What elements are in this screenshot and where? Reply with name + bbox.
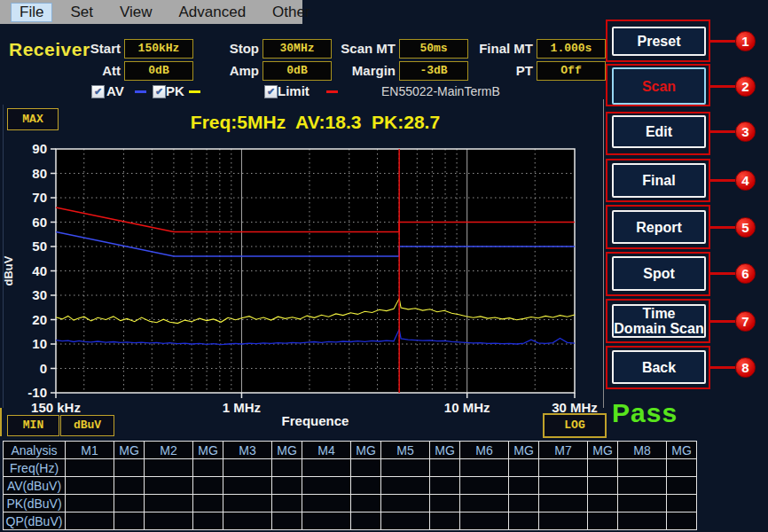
annotation-line-3 [710, 130, 735, 133]
analysis-table-row: QP(dBuV) [4, 512, 697, 530]
analysis-value-cell [223, 495, 272, 512]
annotation-number-7: 7 [735, 311, 756, 332]
final-button[interactable]: Final [612, 163, 706, 198]
max-button[interactable]: MAX [7, 108, 59, 130]
field-label-margin: Margin [310, 62, 396, 80]
menu-item-other[interactable]: Other [263, 3, 319, 22]
scale-log-button[interactable]: LOG [543, 413, 607, 438]
analysis-value-cell [114, 495, 145, 512]
annotation-number-2: 2 [735, 76, 756, 97]
analysis-corner-cell: Analysis [4, 442, 66, 459]
av-legend-label: AV [106, 83, 124, 98]
analysis-value-cell [460, 495, 509, 512]
y-tick-label: 60 [32, 215, 47, 230]
limit-legend-label: Limit [278, 83, 310, 98]
analysis-value-cell [588, 477, 618, 495]
unit-button[interactable]: dBuV [60, 415, 114, 436]
y-tick-label: 70 [32, 190, 47, 205]
analysis-value-cell [430, 512, 460, 530]
menu-item-view[interactable]: View [111, 3, 161, 22]
plot-background [56, 149, 575, 393]
av-trace-color-swatch [135, 90, 146, 93]
report-button[interactable]: Report [612, 210, 706, 244]
analysis-value-cell [114, 477, 145, 495]
field-label-scan-mt: Scan MT [310, 40, 396, 58]
annotation-line-6 [710, 272, 735, 275]
annotation-number-6: 6 [735, 263, 756, 284]
av-checkbox[interactable]: ✔ [91, 85, 105, 98]
menu-item-advanced[interactable]: Advanced [169, 3, 255, 22]
analysis-value-cell [618, 459, 667, 477]
annotation-number-4: 4 [735, 170, 756, 191]
annotation-number-1: 1 [735, 31, 756, 51]
analysis-value-cell [539, 495, 588, 512]
y-axis-title: dBuV [2, 255, 15, 286]
analysis-value-cell [351, 512, 381, 530]
analysis-value-cell [509, 495, 539, 512]
analysis-value-cell [193, 477, 223, 495]
analysis-table-row: AV(dBuV) [4, 477, 697, 495]
analysis-value-cell [272, 512, 302, 530]
annotation-number-3: 3 [735, 121, 756, 142]
spectrum-plot[interactable]: 9080706050403020100-10150 kHz1 MHz10 MHz… [0, 142, 608, 443]
analysis-value-cell [430, 459, 460, 477]
y-tick-label: 40 [32, 263, 47, 278]
analysis-value-cell [430, 477, 460, 495]
field-pt[interactable]: Off [537, 61, 606, 81]
field-label-att: Att [35, 62, 121, 80]
analysis-value-cell [460, 459, 509, 477]
analysis-value-cell [223, 512, 272, 530]
analysis-value-cell [351, 477, 381, 495]
back-button[interactable]: Back [612, 350, 706, 384]
annotation-line-8 [710, 366, 735, 369]
annotation-line-1 [710, 40, 735, 43]
analysis-value-cell [667, 495, 697, 512]
spot-button[interactable]: Spot [612, 256, 706, 291]
analysis-value-cell [193, 459, 223, 477]
analysis-value-cell [460, 477, 509, 495]
marker-column-header: MG [114, 442, 145, 459]
analysis-value-cell [667, 512, 697, 530]
field-final-mt[interactable]: 1.000s [537, 39, 606, 59]
limit-checkbox[interactable]: ✔ [264, 85, 278, 98]
pk-checkbox[interactable]: ✔ [153, 85, 166, 98]
analysis-table: AnalysisM1MGM2MGM3MGM4MGM5MGM6MGM7MGM8MG… [3, 441, 697, 530]
edit-button[interactable]: Edit [612, 115, 706, 148]
annotation-number-8: 8 [735, 357, 756, 378]
analysis-value-cell [66, 459, 114, 477]
analysis-value-cell [588, 512, 618, 530]
menu-item-set[interactable]: Set [61, 3, 102, 22]
scan-button[interactable]: Scan [612, 67, 706, 105]
annotation-line-7 [710, 320, 735, 323]
field-label-final-mt: Final MT [448, 40, 533, 58]
marker-column-header: M2 [145, 442, 193, 459]
analysis-value-cell [618, 477, 667, 495]
analysis-table-wrap: AnalysisM1MGM2MGM3MGM4MGM5MGM6MGM7MGM8MG… [3, 441, 697, 530]
annotation-line-4 [710, 179, 735, 182]
analysis-value-cell [460, 512, 509, 530]
analysis-value-cell [381, 459, 430, 477]
y-tick-label: 50 [32, 239, 47, 254]
min-button[interactable]: MIN [7, 415, 59, 436]
analysis-value-cell [351, 459, 381, 477]
field-label-start: Start [35, 40, 121, 58]
emi-receiver-app: { "menu_bar": { "items": [ {"label": "Fi… [0, 0, 768, 532]
menu-item-file[interactable]: File [11, 3, 52, 22]
y-tick-label: 0 [40, 361, 47, 376]
analysis-value-cell [351, 495, 381, 512]
analysis-value-cell [588, 495, 618, 512]
field-label-amp: Amp [174, 62, 259, 80]
annotation-line-5 [710, 226, 735, 229]
analysis-value-cell [509, 512, 539, 530]
row-label-avdbuv: AV(dBuV) [4, 477, 66, 495]
time-domain-scan-button[interactable]: Time Domain Scan [612, 304, 706, 338]
x-tick-label: 1 MHz [223, 400, 261, 415]
marker-column-header: M4 [302, 442, 351, 459]
y-tick-label: 80 [32, 166, 47, 181]
analysis-value-cell [302, 459, 351, 477]
analysis-value-cell [618, 495, 667, 512]
analysis-value-cell [302, 512, 351, 530]
preset-button[interactable]: Preset [612, 27, 706, 56]
analysis-value-cell [272, 459, 302, 477]
analysis-value-cell [193, 512, 223, 530]
